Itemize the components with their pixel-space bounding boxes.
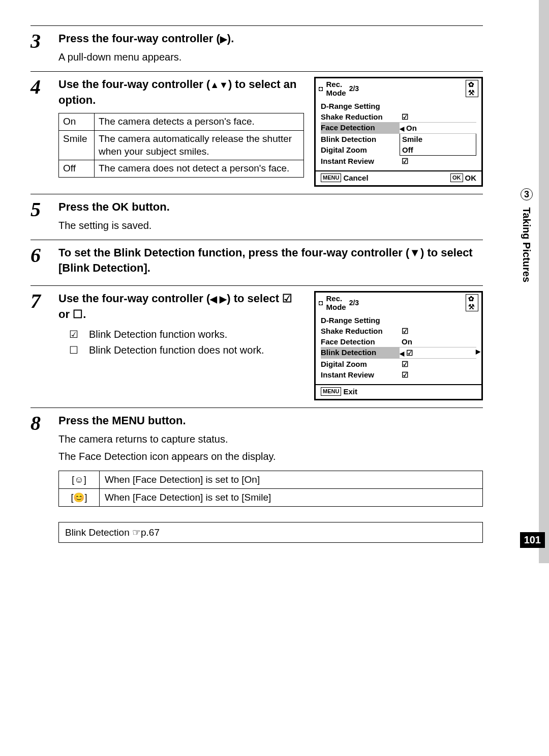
lcd-row: Instant Review☑ <box>321 369 476 380</box>
step-6: 6 To set the Blink Detection function, p… <box>30 240 483 286</box>
step-body: To set the Blink Detection function, pre… <box>58 245 483 279</box>
step-description: A pull-down menu appears. <box>58 50 483 64</box>
step-number: 7 <box>30 291 58 400</box>
option-desc: The camera automatically release the shu… <box>95 131 304 160</box>
step-body: Press the MENU button. The camera return… <box>58 413 483 507</box>
ok-text: OK <box>112 200 129 213</box>
step-description: The camera returns to capture status. <box>58 432 483 446</box>
lcd-footer: MENU Cancel OK OK <box>316 171 481 185</box>
page-reference: p.67 <box>141 527 160 538</box>
step-4: 4 Use the four-way controller (▲▼) to se… <box>30 71 483 194</box>
face-detection-icon-table: [☺] When [Face Detection] is set to [On]… <box>58 471 483 507</box>
lcd-row-highlighted: Face Detection◀On <box>321 122 476 134</box>
step-number: 4 <box>30 77 58 187</box>
page-number: 101 <box>520 532 545 548</box>
text: ) to select <box>227 292 282 305</box>
face-detection-on-icon: [☺] <box>72 475 86 485</box>
lcd-page: 2/3 <box>349 299 463 307</box>
list-item: ☐ Blink Detection function does not work… <box>58 343 304 357</box>
text: or <box>58 308 73 321</box>
side-gray-bar <box>539 0 549 563</box>
lcd-label: Blink Detection <box>321 134 400 144</box>
text: ). <box>227 32 234 45</box>
lcd-value: ☑ <box>400 359 476 369</box>
option-name: Off <box>59 160 95 178</box>
left-arrow-icon: ◀ <box>400 125 404 132</box>
lcd-row: Digital Zoom☑ <box>321 359 476 369</box>
lcd-title: Rec. Mode <box>326 80 346 97</box>
lcd-row: Digital ZoomOff <box>321 144 476 156</box>
step-title: Press the MENU button. <box>58 413 483 429</box>
lcd-row: Shake Reduction☑ <box>321 111 476 122</box>
text: Press the <box>58 414 112 427</box>
lcd-value <box>400 315 476 326</box>
side-tab <box>534 0 549 563</box>
lcd-value: ◀☑▶ <box>400 347 476 358</box>
menu-text: MENU <box>112 414 145 427</box>
text: Use the four-way controller ( <box>58 78 210 91</box>
lcd-row: Blink DetectionSmile <box>321 134 476 144</box>
lcd-header: ◘ Rec. Mode 2/3 ✿ ⚒ <box>316 293 481 313</box>
camera-icon: ◘ <box>319 299 323 307</box>
checkbox-list: ☑ Blink Detection function works. ☐ Blin… <box>58 328 304 357</box>
step-title: Use the four-way controller (▲▼) to sele… <box>58 77 304 108</box>
lcd-row: Face DetectionOn <box>321 336 476 347</box>
step-body: Use the four-way controller (◀ ▶) to sel… <box>58 291 483 400</box>
lcd-value: ☑ <box>400 156 476 166</box>
option-desc: The camera does not detect a person's fa… <box>95 160 304 178</box>
step-3: 3 Press the four-way controller (▶). A p… <box>30 25 483 71</box>
step-body: Press the OK button. The setting is save… <box>58 199 483 232</box>
lcd-row: D-Range Setting <box>321 101 476 111</box>
step-number: 8 <box>30 413 58 507</box>
menu-button-label: MENU <box>321 173 341 182</box>
pointer-icon: ☞ <box>132 527 141 538</box>
lcd-label: Face Detection <box>321 122 400 134</box>
options-table: On The camera detects a person's face. S… <box>58 113 304 178</box>
cancel-label: Cancel <box>343 173 368 182</box>
lcd-label: D-Range Setting <box>321 101 400 111</box>
text: ☑ <box>406 348 413 357</box>
lcd-row: Shake Reduction☑ <box>321 326 476 336</box>
step-title: To set the Blink Detection function, pre… <box>58 245 483 277</box>
table-row: Smile The camera automatically release t… <box>59 131 304 160</box>
lcd-label: D-Range Setting <box>321 315 400 326</box>
text: . <box>83 308 86 321</box>
icon-cell: [☺] <box>59 471 100 488</box>
step-number: 5 <box>30 199 58 232</box>
table-row: Off The camera does not detect a person'… <box>59 160 304 178</box>
step-title: Press the four-way controller (▶). <box>58 31 483 47</box>
lcd-value: On <box>400 336 476 347</box>
exit-label: Exit <box>343 387 357 396</box>
icon-cell: [😊] <box>59 488 100 506</box>
text: button. <box>129 200 170 213</box>
list-text: Blink Detection function does not work. <box>89 343 264 357</box>
lcd-label: Face Detection <box>321 336 400 347</box>
ok-button-label: OK <box>450 173 463 182</box>
step-title: Use the four-way controller (◀ ▶) to sel… <box>58 291 304 323</box>
step-description: The Face Detection icon appears on the d… <box>58 449 483 463</box>
right-arrow-icon: ▶ <box>476 347 480 356</box>
step-description: The setting is saved. <box>58 218 483 232</box>
lcd-row: Instant Review☑ <box>321 156 476 166</box>
text: Blink Detection <box>65 527 132 538</box>
step-number: 6 <box>30 245 58 279</box>
camera-lcd-1: ◘ Rec. Mode 2/3 ✿ ⚒ D-Range Setting Shak… <box>314 77 483 187</box>
option-desc: The camera detects a person's face. <box>95 113 304 131</box>
lcd-row: D-Range Setting <box>321 315 476 326</box>
left-arrow-icon: ◀ <box>400 350 404 357</box>
text: Press the four-way controller ( <box>58 32 220 45</box>
lcd-header-icons: ✿ ⚒ <box>466 294 478 311</box>
step-7: 7 Use the four-way controller (◀ ▶) to s… <box>30 285 483 408</box>
lcd-value: ☑ <box>400 111 476 122</box>
face-detection-smile-icon: [😊] <box>71 492 87 503</box>
chapter-title: Taking Pictures <box>521 208 532 282</box>
list-text: Blink Detection function works. <box>89 328 227 341</box>
lcd-footer: MENU Exit <box>316 385 481 399</box>
step-title: Press the OK button. <box>58 199 483 215</box>
reference-box: Blink Detection ☞p.67 <box>58 522 483 543</box>
text: Press the <box>58 200 112 213</box>
text: Use the four-way controller ( <box>58 292 210 305</box>
lcd-title: Rec. Mode <box>326 294 346 311</box>
lcd-header-icons: ✿ ⚒ <box>466 80 478 97</box>
table-row: [☺] When [Face Detection] is set to [On] <box>59 471 483 488</box>
